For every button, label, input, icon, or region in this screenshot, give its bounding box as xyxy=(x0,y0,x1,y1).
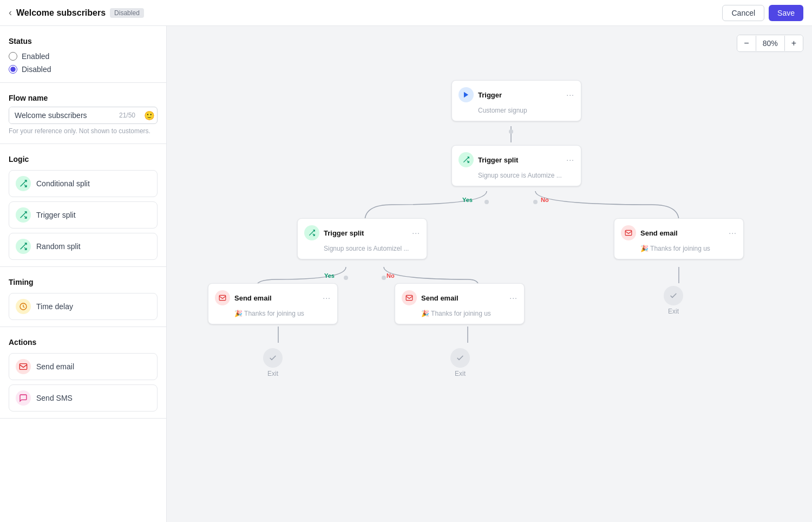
status-disabled-label: Disabled xyxy=(22,65,51,74)
status-enabled-option[interactable]: Enabled xyxy=(9,52,158,61)
trigger-subtitle: Customer signup xyxy=(452,107,581,121)
svg-point-3 xyxy=(509,129,513,134)
timing-items: Time delay xyxy=(9,293,158,320)
emoji-picker-button[interactable]: 🙂 xyxy=(140,108,158,123)
exit-node-1: Exit xyxy=(263,348,283,377)
status-disabled-option[interactable]: Disabled xyxy=(9,65,158,74)
trigger-split-node-2[interactable]: Trigger split ··· Signup source is Autom… xyxy=(297,218,427,259)
actions-section: Actions Send email Send SMS xyxy=(0,327,166,419)
trigger-menu[interactable]: ··· xyxy=(566,90,574,99)
exit-node-3: Exit xyxy=(664,286,683,315)
trigger-split-2-menu[interactable]: ··· xyxy=(412,229,420,237)
page-title: Welcome subscribers xyxy=(16,8,106,18)
send-sms-item[interactable]: Send SMS xyxy=(9,384,158,412)
zoom-in-button[interactable]: + xyxy=(785,35,803,51)
trigger-split-2-subtitle: Signup source is Automizel ... xyxy=(298,245,427,259)
send-sms-label: Send SMS xyxy=(36,394,73,402)
send-email-mid-menu[interactable]: ··· xyxy=(509,293,518,302)
flow-name-input[interactable] xyxy=(9,107,115,123)
send-email-right-icon xyxy=(621,225,636,240)
action-items: Send email Send SMS xyxy=(9,353,158,412)
send-email-left-subtitle: 🎉 Thanks for joining us xyxy=(208,310,337,324)
back-icon: ‹ xyxy=(9,7,12,18)
timing-title: Timing xyxy=(9,278,158,286)
main-layout: Status Enabled Disabled Flow name 21/50 … xyxy=(0,26,812,522)
back-button[interactable]: ‹ xyxy=(9,7,12,18)
send-email-mid-icon xyxy=(402,290,417,305)
save-button[interactable]: Save xyxy=(769,5,803,21)
flow-canvas[interactable]: − 80% + xyxy=(167,26,812,522)
random-split-item[interactable]: Random split xyxy=(9,233,158,260)
conditional-split-item[interactable]: Conditional split xyxy=(9,170,158,197)
zoom-controls: − 80% + xyxy=(737,35,803,52)
exit-node-2: Exit xyxy=(450,348,470,377)
conditional-split-label: Conditional split xyxy=(36,179,90,188)
random-split-label: Random split xyxy=(36,242,81,251)
send-email-icon xyxy=(16,359,31,374)
send-sms-icon xyxy=(16,390,31,406)
send-email-right-menu[interactable]: ··· xyxy=(729,229,737,237)
header-actions: Cancel Save xyxy=(722,5,803,21)
svg-rect-18 xyxy=(406,295,412,300)
logic-items: Conditional split Trigger split Random s… xyxy=(9,170,158,260)
logic-title: Logic xyxy=(9,155,158,164)
trigger-split-2-icon xyxy=(304,225,319,240)
status-section: Status Enabled Disabled xyxy=(0,26,166,83)
svg-point-7 xyxy=(382,276,386,280)
timing-section: Timing Time delay xyxy=(0,267,166,327)
flow-name-count: 21/50 xyxy=(115,112,140,119)
zoom-out-button[interactable]: − xyxy=(737,35,755,51)
trigger-split-label: Trigger split xyxy=(36,211,76,219)
svg-point-5 xyxy=(533,200,538,204)
svg-marker-15 xyxy=(464,92,468,98)
sidebar: Status Enabled Disabled Flow name 21/50 … xyxy=(0,26,167,522)
cancel-button[interactable]: Cancel xyxy=(722,5,764,21)
exit-circle-2 xyxy=(450,348,470,368)
trigger-split-1-title: Trigger split xyxy=(478,156,562,164)
send-email-right-node[interactable]: Send email ··· 🎉 Thanks for joining us xyxy=(614,218,744,259)
status-enabled-radio[interactable] xyxy=(9,52,17,61)
time-delay-label: Time delay xyxy=(36,302,73,311)
svg-text:No: No xyxy=(541,197,549,203)
flow-name-hint: For your reference only. Not shown to cu… xyxy=(9,127,158,135)
header-left: ‹ Welcome subscribers Disabled xyxy=(9,7,144,18)
send-email-label: Send email xyxy=(36,362,74,371)
trigger-split-icon xyxy=(16,207,31,223)
send-email-item[interactable]: Send email xyxy=(9,353,158,380)
send-email-left-menu[interactable]: ··· xyxy=(323,293,331,302)
trigger-icon xyxy=(459,87,474,102)
svg-text:Yes: Yes xyxy=(462,197,473,203)
trigger-split-item[interactable]: Trigger split xyxy=(9,201,158,229)
exit-label-3: Exit xyxy=(668,308,679,315)
flow-name-input-wrapper: 21/50 🙂 xyxy=(9,107,158,124)
trigger-split-node-1[interactable]: Trigger split ··· Signup source is Autom… xyxy=(451,145,581,186)
exit-label-2: Exit xyxy=(455,370,466,377)
send-email-mid-title: Send email xyxy=(421,294,505,302)
status-title: Status xyxy=(9,37,158,45)
send-email-mid-node[interactable]: Send email ··· 🎉 Thanks for joining us xyxy=(395,283,525,324)
time-delay-icon xyxy=(16,299,31,314)
zoom-level: 80% xyxy=(756,36,785,51)
random-split-icon xyxy=(16,239,31,254)
flow-name-section: Flow name 21/50 🙂 For your reference onl… xyxy=(0,83,166,144)
trigger-title: Trigger xyxy=(478,91,562,99)
trigger-node[interactable]: Trigger ··· Customer signup xyxy=(451,80,581,121)
trigger-split-1-menu[interactable]: ··· xyxy=(566,155,574,164)
status-enabled-label: Enabled xyxy=(22,52,49,61)
time-delay-item[interactable]: Time delay xyxy=(9,293,158,320)
send-email-right-subtitle: 🎉 Thanks for joining us xyxy=(614,245,743,259)
svg-text:No: No xyxy=(387,272,395,279)
status-badge: Disabled xyxy=(110,8,144,18)
exit-label-1: Exit xyxy=(267,370,278,377)
exit-circle-1 xyxy=(263,348,283,368)
send-email-left-icon xyxy=(215,290,230,305)
status-disabled-radio[interactable] xyxy=(9,65,17,74)
svg-rect-17 xyxy=(219,295,226,300)
flow-diagram: Yes No Yes No Trigger ··· Customer signu… xyxy=(192,37,787,497)
trigger-split-2-title: Trigger split xyxy=(324,229,408,237)
send-email-left-node[interactable]: Send email ··· 🎉 Thanks for joining us xyxy=(208,283,338,324)
actions-title: Actions xyxy=(9,338,158,347)
svg-point-6 xyxy=(344,276,348,280)
exit-circle-3 xyxy=(664,286,683,305)
svg-rect-16 xyxy=(625,230,632,235)
